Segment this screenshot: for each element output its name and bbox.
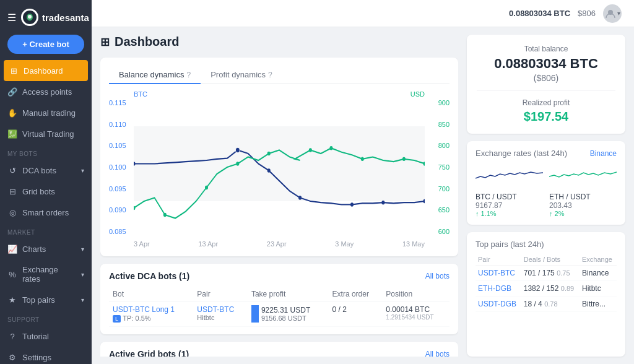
chart-svg xyxy=(134,99,425,235)
sidebar-item-label: Exchange rates xyxy=(22,265,76,284)
sidebar-header: ☰ tradesanta xyxy=(0,0,92,35)
exchange-cell: Binance xyxy=(580,266,617,281)
user-avatar-button[interactable]: ▾ xyxy=(603,4,622,23)
sidebar-item-settings[interactable]: ⚙ Settings xyxy=(0,347,92,364)
exchange-name: Hitbtc xyxy=(197,314,244,321)
charts-icon: 📈 xyxy=(7,244,17,254)
total-balance-btc: 0.08803034 BTC xyxy=(477,56,615,72)
pair-link[interactable]: USDT-DGB xyxy=(478,300,516,308)
deals-cell: 1382 / 152 0.89 xyxy=(521,281,580,297)
chart-usd-label: USD xyxy=(410,90,425,98)
sidebar-item-label: Smart orders xyxy=(22,208,69,217)
svg-point-12 xyxy=(163,213,167,217)
sidebar-item-label: Virtual Trading xyxy=(22,129,74,139)
exchange-cell: Hitbtc xyxy=(580,281,617,297)
sidebar-item-dca-bots[interactable]: ↺ DCA bots ▾ xyxy=(0,160,92,181)
sidebar-item-top-pairs[interactable]: ★ Top pairs ▾ xyxy=(0,289,92,310)
divider xyxy=(477,90,615,91)
col-take-profit: Take profit xyxy=(248,287,329,301)
total-balance-label: Total balance xyxy=(477,45,615,53)
mini-charts xyxy=(476,163,617,188)
svg-point-18 xyxy=(361,157,364,162)
exchange-rates-title: Exchange rates (last 24h) xyxy=(476,149,567,158)
vt-icon: 💹 xyxy=(7,129,17,139)
chart-card: Balance dynamics ? Profit dynamics ? BTC… xyxy=(100,58,458,256)
top-pairs-card: Top pairs (last 24h) Pair Deals / Bots E… xyxy=(467,232,625,357)
pair-link[interactable]: ETH-DGB xyxy=(478,284,511,293)
brand-logo: tradesanta xyxy=(21,9,89,26)
deals-cell: 18 / 4 0.78 xyxy=(521,297,580,312)
eth-mini-chart xyxy=(549,163,617,188)
main-content: 0.08803034 BTC $806 ▾ ⊞ Dashboard xyxy=(92,0,634,364)
content-area: ⊞ Dashboard Balance dynamics ? Profit dy… xyxy=(92,27,634,364)
top-pairs-title: Top pairs (last 24h) xyxy=(476,240,617,249)
all-grid-bots-link[interactable]: All bots xyxy=(425,350,449,357)
chevron-down-icon: ▾ xyxy=(81,246,84,253)
chart-y-left: 0.115 0.110 0.105 0.100 0.095 0.090 0.08… xyxy=(109,99,134,235)
dashboard-icon: ⊞ xyxy=(9,66,19,76)
sidebar-item-tutorial[interactable]: ? Tutorial xyxy=(0,326,92,347)
svg-point-1 xyxy=(28,15,32,19)
pair-score: 0.78 xyxy=(544,300,557,308)
svg-point-19 xyxy=(402,157,406,162)
bot-cell: USDT-BTC Long 1 L TP: 0.5% xyxy=(109,301,193,327)
pair-cell: USDT-BTC Hitbtc xyxy=(193,301,248,327)
topbar: 0.08803034 BTC $806 ▾ xyxy=(92,0,634,27)
svg-point-17 xyxy=(329,146,332,150)
tp-value-2: 9156.68 USDT xyxy=(261,314,310,322)
grid-bots-title: Active Grid bots (1) xyxy=(109,349,189,357)
balance-help-icon[interactable]: ? xyxy=(187,71,191,79)
list-item: USDT-BTC 701 / 175 0.75 Binance xyxy=(476,266,617,281)
hamburger-icon[interactable]: ☰ xyxy=(7,12,16,24)
top-pairs-icon: ★ xyxy=(7,295,17,305)
dca-bots-title: Active DCA bots (1) xyxy=(109,271,189,281)
profit-help-icon[interactable]: ? xyxy=(268,71,272,79)
svg-point-6 xyxy=(267,168,271,173)
exchange-rates-header: Exchange rates (last 24h) Binance xyxy=(476,149,617,158)
market-label: MARKET xyxy=(0,223,92,238)
pair-link[interactable]: USDT-BTC xyxy=(197,305,244,314)
position-cell: 0.00014 BTC 1.2915434 USDT xyxy=(382,301,449,327)
create-bot-button[interactable]: + Create bot xyxy=(7,35,84,54)
svg-point-7 xyxy=(298,196,302,200)
sidebar-item-manual-trading[interactable]: ✋ Manual trading xyxy=(0,102,92,123)
pair-link[interactable]: USDT-BTC xyxy=(478,269,515,277)
hand-icon: ✋ xyxy=(7,108,17,118)
tutorial-icon: ? xyxy=(7,331,17,341)
svg-point-9 xyxy=(381,201,384,205)
eth-usdt-price: 203.43 xyxy=(549,201,617,210)
col-deals-bots: Deals / Bots xyxy=(521,254,580,266)
brand-avatar xyxy=(21,9,38,26)
eth-usdt-pair: ETH / USDT 203.43 ↑ 2% xyxy=(549,193,617,217)
col-position: Position xyxy=(382,287,449,301)
bot-type-badge: L xyxy=(113,315,121,323)
position-usdt: 1.2915434 USDT xyxy=(386,314,446,321)
sidebar-item-label: Dashboard xyxy=(24,66,63,76)
btc-balance: 0.08803034 BTC xyxy=(509,9,570,18)
tab-profit-dynamics[interactable]: Profit dynamics ? xyxy=(201,66,282,84)
col-bot: Bot xyxy=(109,287,193,301)
sidebar-item-charts[interactable]: 📈 Charts ▾ xyxy=(0,238,92,259)
exchange-rates-card: Exchange rates (last 24h) Binance xyxy=(467,141,625,225)
sidebar-item-virtual-trading[interactable]: 💹 Virtual Trading xyxy=(0,123,92,144)
realized-label: Realized profit xyxy=(477,98,615,107)
tab-balance-dynamics[interactable]: Balance dynamics ? xyxy=(109,66,201,84)
exchange-name-link[interactable]: Binance xyxy=(590,149,617,158)
extra-order-cell: 0 / 2 xyxy=(329,301,383,327)
chart-x-labels: 3 Apr 13 Apr 23 Apr 3 May 13 May xyxy=(134,240,425,248)
pair-score: 0.75 xyxy=(557,269,570,277)
bot-name-link[interactable]: USDT-BTC Long 1 xyxy=(113,305,189,314)
svg-rect-3 xyxy=(134,126,425,201)
btc-usdt-name: BTC / USDT xyxy=(476,193,543,201)
sidebar-item-smart-orders[interactable]: ◎ Smart orders xyxy=(0,202,92,223)
sidebar-item-dashboard[interactable]: ⊞ Dashboard xyxy=(4,60,88,81)
sidebar-item-access-points[interactable]: 🔗 Access points xyxy=(0,81,92,102)
dashboard-grid-icon: ⊞ xyxy=(100,35,110,49)
col-pair: Pair xyxy=(193,287,248,301)
my-bots-label: MY BOTS xyxy=(0,144,92,160)
sidebar-item-exchange-rates[interactable]: % Exchange rates ▾ xyxy=(0,259,92,289)
exchange-rates-icon: % xyxy=(7,269,17,279)
sidebar-item-grid-bots[interactable]: ⊟ Grid bots xyxy=(0,181,92,202)
take-profit-cell: 9225.31 USDT 9156.68 USDT xyxy=(248,301,329,327)
all-dca-bots-link[interactable]: All bots xyxy=(425,272,449,280)
